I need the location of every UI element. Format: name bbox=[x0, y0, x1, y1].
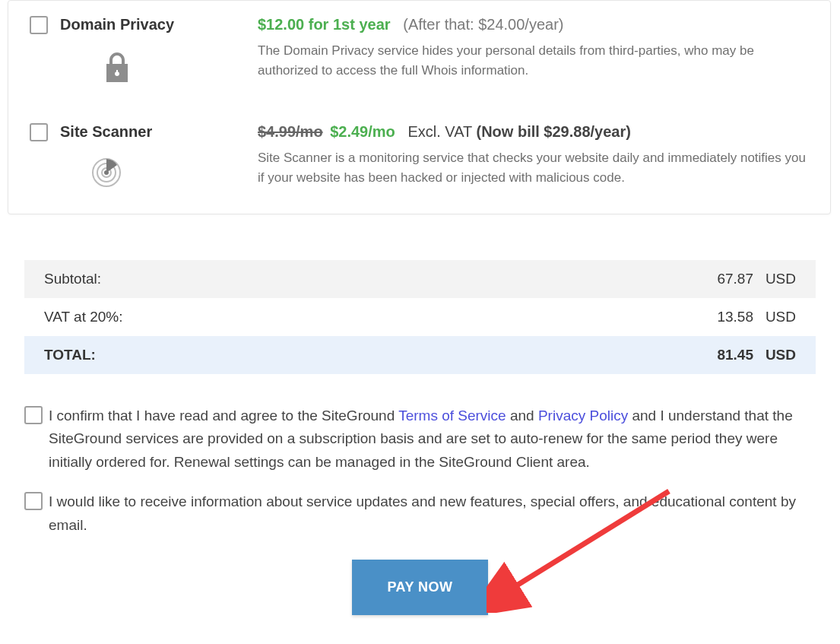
consent-area: I confirm that I have read and agree to … bbox=[24, 404, 816, 537]
subtotal-currency: USD bbox=[753, 271, 796, 287]
subtotal-amount: 67.87 bbox=[693, 271, 753, 287]
total-currency: USD bbox=[753, 347, 796, 363]
site-scanner-title: Site Scanner bbox=[60, 123, 152, 141]
pay-area: PAY NOW bbox=[0, 560, 840, 623]
price-promo: $2.49/mo bbox=[330, 123, 395, 140]
domain-privacy-price: $12.00 for 1st year (After that: $24.00/… bbox=[258, 16, 809, 33]
svg-point-3 bbox=[104, 170, 109, 175]
domain-privacy-checkbox[interactable] bbox=[30, 16, 48, 34]
site-scanner-desc: Site Scanner is a monitoring service tha… bbox=[258, 148, 809, 189]
total-row: TOTAL: 81.45 USD bbox=[24, 336, 816, 374]
price-promo: $12.00 for 1st year bbox=[258, 16, 391, 33]
totals-table: Subtotal: 67.87 USD VAT at 20%: 13.58 US… bbox=[24, 260, 816, 374]
price-after: (After that: $24.00/year) bbox=[403, 16, 563, 33]
vat-label: VAT at 20%: bbox=[44, 309, 693, 325]
marketing-consent-row: I would like to receive information abou… bbox=[24, 490, 816, 537]
price-original: $4.99/mo bbox=[258, 123, 323, 140]
terms-consent-row: I confirm that I have read and agree to … bbox=[24, 404, 816, 474]
pay-now-button[interactable]: PAY NOW bbox=[352, 560, 487, 615]
site-scanner-price: $4.99/mo $2.49/mo Excl. VAT (Now bill $2… bbox=[258, 123, 809, 141]
domain-privacy-desc: The Domain Privacy service hides your pe… bbox=[258, 41, 809, 81]
vat-currency: USD bbox=[753, 309, 796, 325]
privacy-policy-link[interactable]: Privacy Policy bbox=[538, 408, 628, 424]
vat-row: VAT at 20%: 13.58 USD bbox=[24, 298, 816, 336]
terms-of-service-link[interactable]: Terms of Service bbox=[398, 408, 506, 424]
radar-icon bbox=[91, 157, 122, 191]
subtotal-label: Subtotal: bbox=[44, 271, 693, 287]
addon-site-scanner: Site Scanner $4.99/mo $2.49/mo bbox=[8, 108, 830, 191]
extra-services-card: Domain Privacy $12.00 for 1st year (Afte… bbox=[8, 0, 831, 214]
total-amount: 81.45 bbox=[693, 347, 753, 363]
subtotal-row: Subtotal: 67.87 USD bbox=[24, 260, 816, 298]
domain-privacy-title: Domain Privacy bbox=[60, 16, 174, 33]
price-note: Excl. VAT (Now bill $29.88/year) bbox=[407, 123, 630, 140]
marketing-checkbox[interactable] bbox=[24, 492, 43, 510]
lock-icon bbox=[102, 50, 132, 87]
addon-domain-privacy: Domain Privacy $12.00 for 1st year (Afte… bbox=[8, 1, 830, 87]
terms-checkbox[interactable] bbox=[24, 406, 43, 424]
terms-text: I confirm that I have read and agree to … bbox=[49, 404, 816, 474]
site-scanner-checkbox[interactable] bbox=[30, 123, 48, 141]
vat-amount: 13.58 bbox=[693, 309, 753, 325]
marketing-text: I would like to receive information abou… bbox=[49, 490, 816, 537]
total-label: TOTAL: bbox=[44, 347, 693, 363]
